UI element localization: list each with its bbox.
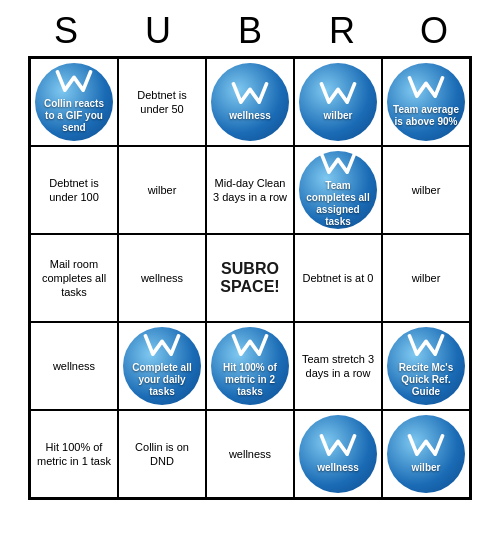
bubble-23: wellness: [299, 415, 377, 493]
bingo-cell-10[interactable]: Mail room completes all tasks: [30, 234, 118, 322]
bingo-cell-4[interactable]: Team average is above 90%: [382, 58, 470, 146]
cell-text-6: wilber: [148, 183, 177, 197]
bubble-3: wilber: [299, 63, 377, 141]
letter-u: U: [116, 10, 200, 52]
cell-text-5: Debtnet is under 100: [35, 176, 113, 205]
bingo-cell-18[interactable]: Team stretch 3 days in a row: [294, 322, 382, 410]
cell-text-13: Debtnet is at 0: [303, 271, 374, 285]
cell-text-11: wellness: [141, 271, 183, 285]
cell-text-9: wilber: [412, 183, 441, 197]
subro-space-text: SUBRO SPACE!: [211, 260, 289, 296]
bingo-cell-6[interactable]: wilber: [118, 146, 206, 234]
bingo-cell-0[interactable]: Collin reacts to a GIF you send: [30, 58, 118, 146]
cell-text-21: Collin is on DND: [123, 440, 201, 469]
cell-text-20: Hit 100% of metric in 1 task: [35, 440, 113, 469]
bingo-cell-13[interactable]: Debtnet is at 0: [294, 234, 382, 322]
bingo-cell-8[interactable]: Team completes all assigned tasks: [294, 146, 382, 234]
bubble-4: Team average is above 90%: [387, 63, 465, 141]
bingo-cell-23[interactable]: wellness: [294, 410, 382, 498]
bubble-0: Collin reacts to a GIF you send: [35, 63, 113, 141]
bingo-cell-5[interactable]: Debtnet is under 100: [30, 146, 118, 234]
cell-text-1: Debtnet is under 50: [123, 88, 201, 117]
cell-text-18: Team stretch 3 days in a row: [299, 352, 377, 381]
bubble-8: Team completes all assigned tasks: [299, 151, 377, 229]
cell-text-10: Mail room completes all tasks: [35, 257, 113, 300]
bingo-title: S U B R O: [20, 10, 480, 52]
bingo-cell-17[interactable]: Hit 100% of metric in 2 tasks: [206, 322, 294, 410]
bingo-cell-20[interactable]: Hit 100% of metric in 1 task: [30, 410, 118, 498]
cell-text-22: wellness: [229, 447, 271, 461]
bingo-cell-9[interactable]: wilber: [382, 146, 470, 234]
cell-text-14: wilber: [412, 271, 441, 285]
bingo-cell-2[interactable]: wellness: [206, 58, 294, 146]
bingo-cell-19[interactable]: Recite Mc's Quick Ref. Guide: [382, 322, 470, 410]
bingo-cell-16[interactable]: Complete all your daily tasks: [118, 322, 206, 410]
bingo-cell-7[interactable]: Mid-day Clean 3 days in a row: [206, 146, 294, 234]
cell-text-15: wellness: [53, 359, 95, 373]
bingo-cell-24[interactable]: wilber: [382, 410, 470, 498]
bingo-cell-12[interactable]: SUBRO SPACE!: [206, 234, 294, 322]
bubble-17: Hit 100% of metric in 2 tasks: [211, 327, 289, 405]
bingo-cell-15[interactable]: wellness: [30, 322, 118, 410]
cell-text-7: Mid-day Clean 3 days in a row: [211, 176, 289, 205]
letter-b: B: [208, 10, 292, 52]
bubble-19: Recite Mc's Quick Ref. Guide: [387, 327, 465, 405]
bingo-cell-11[interactable]: wellness: [118, 234, 206, 322]
bingo-cell-21[interactable]: Collin is on DND: [118, 410, 206, 498]
letter-o: O: [392, 10, 476, 52]
letter-r: R: [300, 10, 384, 52]
bubble-16: Complete all your daily tasks: [123, 327, 201, 405]
bubble-24: wilber: [387, 415, 465, 493]
bingo-cell-22[interactable]: wellness: [206, 410, 294, 498]
letter-s: S: [24, 10, 108, 52]
bingo-cell-1[interactable]: Debtnet is under 50: [118, 58, 206, 146]
bingo-cell-3[interactable]: wilber: [294, 58, 382, 146]
bubble-2: wellness: [211, 63, 289, 141]
bingo-grid: Collin reacts to a GIF you sendDebtnet i…: [28, 56, 472, 500]
bingo-cell-14[interactable]: wilber: [382, 234, 470, 322]
